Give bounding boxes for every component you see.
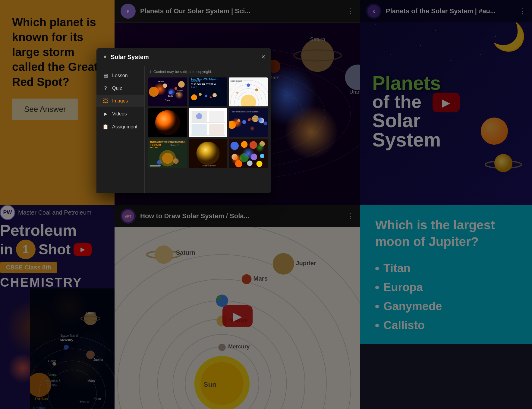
modal-overlay[interactable]: ✦ Solar System × ▤ Lesson ? Quiz 🖼 Image… [0, 0, 532, 409]
svg-point-165 [240, 153, 249, 162]
svg-text:Solar System: Solar System [231, 80, 242, 82]
image-thumb-2[interactable]: Zone Class - VIII, Subject - SCIENCE THE… [189, 77, 227, 106]
svg-text:Saturn: Saturn [177, 90, 183, 92]
nav-quiz[interactable]: ? Quiz [96, 82, 144, 95]
thumb3-svg: Solar System [229, 77, 268, 106]
svg-rect-159 [229, 139, 268, 168]
thumb6-svg: The Planets in Our Solar System [229, 108, 268, 137]
svg-point-103 [178, 81, 185, 88]
thumb2-content: Zone Class - VIII, Subject - SCIENCE THE… [189, 77, 227, 106]
svg-point-168 [235, 160, 242, 167]
svg-point-152 [162, 153, 173, 164]
svg-rect-132 [209, 111, 224, 122]
modal-title: Solar System [111, 54, 149, 61]
svg-point-163 [260, 141, 265, 146]
svg-point-160 [231, 142, 239, 150]
nav-quiz-label: Quiz [112, 86, 122, 91]
svg-text:Chapter 17: Chapter 17 [170, 144, 178, 146]
svg-rect-135 [229, 108, 268, 137]
svg-point-138 [237, 119, 240, 122]
svg-text:THE SOLAR: THE SOLAR [150, 144, 161, 146]
quiz-icon: ? [102, 86, 109, 91]
modal-header-left: ✦ Solar System [102, 53, 149, 61]
thumb4-svg [148, 108, 187, 137]
svg-text:Solar System: Solar System [203, 164, 216, 167]
svg-point-157 [197, 142, 220, 165]
svg-point-137 [229, 121, 236, 129]
svg-point-122 [255, 89, 258, 91]
svg-point-166 [250, 153, 257, 160]
search-modal: ✦ Solar System × ▤ Lesson ? Quiz 🖼 Image… [96, 48, 271, 193]
svg-point-161 [241, 141, 247, 148]
image-thumb-8[interactable]: Solar System [189, 139, 227, 168]
nav-lesson-label: Lesson [112, 73, 128, 78]
thumb5-svg [190, 109, 226, 136]
modal-close-button[interactable]: × [261, 53, 265, 61]
svg-point-101 [169, 91, 172, 94]
nav-assignment-label: Assignment [112, 124, 137, 130]
image-thumb-9[interactable] [229, 139, 268, 168]
assignment-icon: 📋 [102, 124, 109, 130]
svg-rect-134 [209, 124, 224, 135]
solar-icon: ✦ [102, 53, 108, 61]
svg-text:STARS AND: STARS AND [150, 141, 161, 143]
images-icon: 🖼 [102, 98, 109, 104]
copyright-notice: ℹ Content may be subject to copyright. [148, 70, 268, 74]
nav-videos[interactable]: ▶ Videos [96, 107, 144, 120]
svg-point-141 [252, 115, 259, 122]
nav-images-label: Images [112, 98, 128, 104]
thumb7-svg: STARS AND THE SOLAR SYSTEM Class 8 Scien… [148, 139, 187, 168]
nav-lesson[interactable]: ▤ Lesson [96, 69, 144, 82]
lesson-icon: ▤ [102, 73, 109, 78]
svg-point-139 [242, 120, 246, 124]
image-thumb-4[interactable] [148, 108, 187, 137]
info-icon: ℹ [150, 70, 151, 74]
svg-point-164 [231, 154, 238, 160]
svg-point-170 [257, 161, 263, 167]
svg-point-112 [210, 96, 212, 98]
images-grid: Venus Earth Mars Space Saturn Zone Class… [148, 77, 268, 168]
videos-icon: ▶ [102, 111, 109, 117]
svg-point-109 [191, 94, 197, 100]
svg-point-162 [250, 141, 257, 149]
svg-point-142 [250, 118, 260, 120]
svg-text:SYSTEM: SYSTEM [150, 146, 158, 149]
svg-rect-155 [150, 165, 161, 167]
svg-text:The Planets in Our Solar Syste: The Planets in Our Solar System [231, 111, 259, 113]
image-thumb-3[interactable]: Solar System [229, 77, 268, 106]
svg-text:Space: Space [165, 99, 171, 102]
nav-videos-label: Videos [112, 111, 127, 117]
svg-text:Venus: Venus [158, 80, 164, 83]
thumb1-svg: Venus Earth Mars Space Saturn [148, 77, 187, 106]
image-thumb-1[interactable]: Venus Earth Mars Space Saturn [148, 77, 187, 106]
svg-point-125 [155, 110, 180, 135]
svg-point-110 [199, 93, 202, 96]
image-thumb-5[interactable] [189, 108, 227, 137]
svg-point-154 [173, 158, 178, 164]
svg-text:Earth: Earth [168, 95, 173, 97]
svg-point-143 [259, 118, 264, 123]
modal-content: ℹ Content may be subject to copyright. [145, 66, 271, 193]
modal-sidebar: ▤ Lesson ? Quiz 🖼 Images ▶ Videos 📋 [96, 66, 145, 193]
modal-body: ▤ Lesson ? Quiz 🖼 Images ▶ Videos 📋 [96, 66, 271, 193]
nav-images[interactable]: 🖼 Images [96, 95, 144, 107]
svg-point-100 [163, 83, 167, 88]
svg-point-153 [157, 160, 162, 165]
svg-point-102 [175, 87, 177, 90]
image-thumb-6[interactable]: The Planets in Our Solar System [229, 108, 268, 137]
svg-point-120 [247, 83, 250, 87]
svg-point-131 [196, 113, 202, 119]
svg-point-121 [236, 92, 238, 94]
svg-point-169 [247, 160, 252, 166]
svg-text:Class 8 Science: Class 8 Science [170, 141, 182, 143]
thumb9-svg [229, 139, 268, 168]
svg-point-167 [260, 154, 264, 158]
svg-rect-98 [148, 77, 187, 106]
svg-text:Mars: Mars [176, 92, 180, 94]
svg-rect-133 [192, 124, 207, 135]
svg-point-144 [263, 121, 267, 125]
svg-point-99 [149, 87, 159, 97]
image-thumb-7[interactable]: STARS AND THE SOLAR SYSTEM Class 8 Scien… [148, 139, 187, 168]
nav-assignment[interactable]: 📋 Assignment [96, 120, 144, 133]
svg-point-113 [212, 93, 217, 97]
